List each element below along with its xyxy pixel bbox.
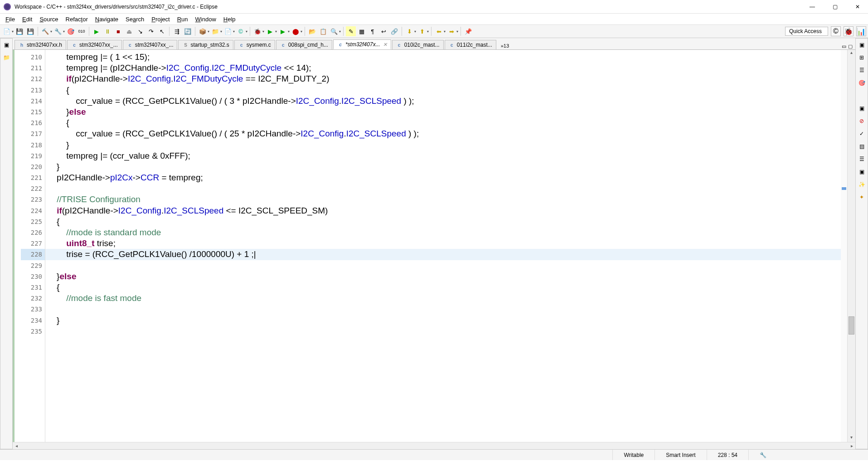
window-title: Workspace - C/C++ - stm32f4xx_drivers/dr…	[15, 4, 805, 10]
search-button[interactable]: 🔍	[329, 26, 339, 36]
tab-overflow[interactable]: »13	[499, 42, 511, 49]
back-button[interactable]: ⬅	[434, 26, 444, 36]
tab-label: *stm32f407x...	[345, 41, 380, 48]
tab-label: 010i2c_mast...	[404, 42, 440, 48]
overview-ruler[interactable]	[841, 50, 847, 442]
restore-bottom-icon[interactable]: ▣	[857, 104, 866, 113]
task-list-icon[interactable]: ☰	[857, 66, 866, 75]
restart-button[interactable]: 🔄	[183, 26, 193, 36]
toggle-word-wrap-button[interactable]: ↩	[378, 26, 388, 36]
status-build-icon[interactable]: 🔧	[748, 450, 777, 460]
editor-area: hstm32f407xx.h cstm32f407xx_... cstm32f4…	[13, 38, 855, 449]
quick-access-field[interactable]: Quick Access	[785, 27, 828, 36]
perspective-debug-button[interactable]: 🐞	[844, 26, 853, 36]
coverage-button[interactable]: ⬤	[291, 26, 301, 36]
restore-icon[interactable]: ▣	[2, 40, 11, 49]
resume-button[interactable]: ▶	[92, 26, 102, 36]
terminate-button[interactable]: ■	[113, 26, 123, 36]
tab-stm32f407x-active[interactable]: c*stm32f407x...✕	[333, 39, 391, 49]
maximize-button[interactable]: ▢	[828, 2, 842, 11]
minimize-button[interactable]: —	[805, 2, 819, 11]
close-button[interactable]: ✕	[851, 2, 864, 11]
run-button[interactable]: ▶	[265, 26, 275, 36]
tab-stm32f407xx-c2[interactable]: cstm32f407xx_...	[123, 40, 178, 49]
outline-icon[interactable]: ⊞	[857, 53, 866, 62]
problems-icon[interactable]: ⊘	[857, 116, 866, 126]
new-class-button[interactable]: 📦	[198, 26, 208, 36]
search-results-icon[interactable]: ✨	[857, 180, 866, 189]
menu-refactor[interactable]: Refactor	[62, 15, 92, 24]
tab-startup-stm32[interactable]: Sstartup_stm32.s	[178, 40, 233, 49]
horizontal-scrollbar[interactable]: ◂ ▸	[13, 442, 855, 449]
open-task-button[interactable]: 📋	[318, 26, 328, 36]
new-folder-button[interactable]: 📁	[210, 26, 220, 36]
prev-annotation-button[interactable]: ⬆	[417, 26, 427, 36]
run-last-button[interactable]: ▶	[278, 26, 288, 36]
c-file-icon: c	[71, 42, 78, 48]
forward-button[interactable]: ➡	[446, 26, 456, 36]
toggle-block-button[interactable]: ▦	[357, 26, 367, 36]
binary-button[interactable]: 010	[77, 26, 87, 36]
next-annotation-button[interactable]: ⬇	[404, 26, 414, 36]
code-editor[interactable]: 2102112122132142152162172182192202212222…	[13, 50, 855, 442]
menu-source[interactable]: Source	[36, 15, 62, 24]
restore-right-icon[interactable]: ▣	[857, 40, 866, 49]
link-editor-button[interactable]: 🔗	[389, 26, 399, 36]
vertical-scrollbar[interactable]: ▴ ▾	[847, 50, 855, 442]
tasks-icon[interactable]: ✓	[857, 129, 866, 138]
scroll-down-icon[interactable]: ▾	[848, 435, 855, 442]
menu-bar: File Edit Source Refactor Navigate Searc…	[0, 14, 868, 24]
tab-stm32f407xx-c1[interactable]: cstm32f407xx_...	[67, 40, 122, 49]
s-file-icon: S	[182, 42, 189, 48]
perspective-cpp-button[interactable]: ©	[831, 26, 841, 36]
code-content[interactable]: tempreg |= ( 1 << 15); tempreg |= (pI2CH…	[45, 50, 841, 442]
show-whitespace-button[interactable]: ¶	[368, 26, 378, 36]
properties-icon[interactable]: ☰	[857, 155, 866, 164]
tab-010i2c[interactable]: c010i2c_mast...	[392, 40, 444, 49]
instruction-step-button[interactable]: ⇶	[172, 26, 182, 36]
scroll-left-icon[interactable]: ◂	[13, 443, 20, 448]
build-button[interactable]: 🔨	[40, 26, 50, 36]
pin-editor-button[interactable]: 📌	[463, 26, 473, 36]
build-targets-icon[interactable]: 🎯	[857, 78, 866, 87]
menu-edit[interactable]: Edit	[19, 15, 36, 24]
new-file-button[interactable]: 📄	[223, 26, 233, 36]
target-button[interactable]: 🎯	[66, 26, 76, 36]
menu-help[interactable]: Help	[220, 15, 239, 24]
menu-navigate[interactable]: Navigate	[92, 15, 122, 24]
close-icon[interactable]: ✕	[383, 42, 387, 48]
project-explorer-icon[interactable]: 📁	[2, 53, 11, 62]
debug-button[interactable]: 🐞	[252, 26, 262, 36]
scroll-right-icon[interactable]: ▸	[848, 443, 855, 448]
menu-file[interactable]: File	[2, 15, 19, 24]
tab-label: stm32f407xx.h	[27, 42, 62, 48]
disconnect-button[interactable]: ⏏	[124, 26, 134, 36]
toggle-mark-button[interactable]: ✎	[346, 26, 356, 36]
tab-008spi[interactable]: c008spi_cmd_h...	[276, 40, 332, 49]
menu-window[interactable]: Window	[192, 15, 220, 24]
tab-stm32f407xx-h[interactable]: hstm32f407xx.h	[15, 40, 66, 49]
menu-project[interactable]: Project	[148, 15, 173, 24]
call-hierarchy-icon[interactable]: ✦	[857, 193, 866, 202]
open-type-button[interactable]: 📂	[307, 26, 317, 36]
build-all-button[interactable]: 🔧	[53, 26, 63, 36]
menu-search[interactable]: Search	[122, 15, 148, 24]
step-over-button[interactable]: ↷	[146, 26, 156, 36]
menu-run[interactable]: Run	[174, 15, 192, 24]
step-return-button[interactable]: ↖	[157, 26, 167, 36]
scroll-up-icon[interactable]: ▴	[848, 50, 855, 57]
save-all-button[interactable]: 💾	[25, 26, 35, 36]
perspective-resource-button[interactable]: 📊	[856, 26, 866, 36]
step-into-button[interactable]: ↘	[135, 26, 145, 36]
new-source-button[interactable]: ©	[236, 26, 246, 36]
console-icon[interactable]: ▤	[857, 142, 866, 151]
terminal-icon[interactable]: ▣	[857, 167, 866, 176]
new-button[interactable]: 📄	[2, 26, 12, 36]
suspend-button[interactable]: ⏸	[102, 26, 112, 36]
save-button[interactable]: 💾	[15, 26, 24, 36]
minimize-view-icon[interactable]: ▭	[842, 44, 846, 49]
tab-sysmem[interactable]: csysmem.c	[234, 40, 275, 49]
maximize-view-icon[interactable]: ▢	[848, 44, 853, 49]
scrollbar-thumb[interactable]	[849, 316, 854, 335]
tab-011i2c[interactable]: c011i2c_mast...	[445, 40, 496, 49]
